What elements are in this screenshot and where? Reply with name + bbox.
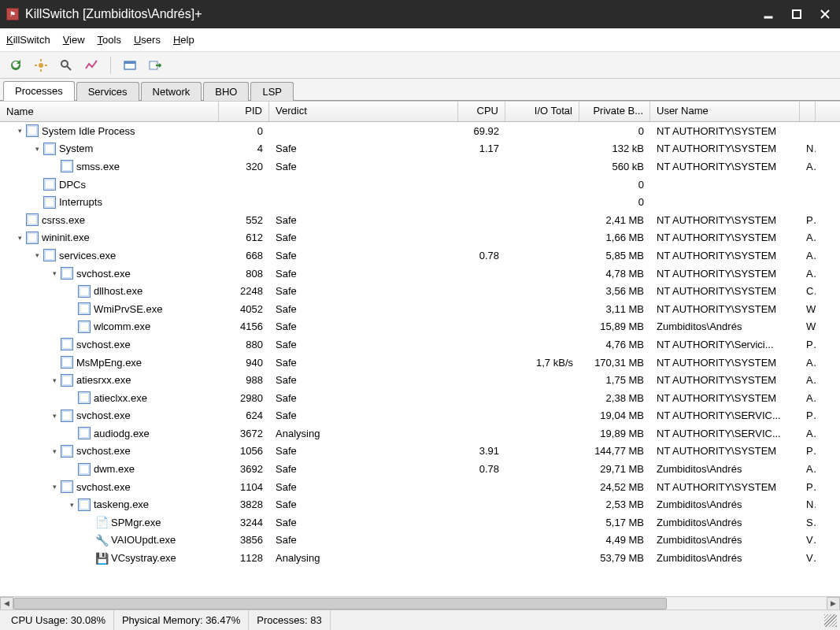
col-priv[interactable]: Private B... (579, 102, 650, 121)
table-row[interactable]: ▾services.exe668Safe0.785,85 MBNT AUTHOR… (0, 246, 840, 265)
window-button[interactable] (120, 56, 139, 75)
cell-pid: 3856 (219, 534, 269, 546)
table-row[interactable]: 🔧VAIOUpdt.exe3856Safe4,49 MBZumbiditos\A… (0, 532, 840, 550)
graph-button[interactable] (82, 56, 101, 75)
table-row[interactable]: svchost.exe880Safe4,76 MBNT AUTHORITY\Se… (0, 335, 840, 354)
table-row[interactable]: 📄SPMgr.exe3244Safe5,17 MBZumbiditos\Andr… (0, 513, 840, 532)
spmgr-icon: 📄 (95, 516, 108, 528)
maximize-button[interactable] (788, 6, 805, 23)
process-name: csrss.exe (42, 214, 85, 226)
process-icon (26, 124, 39, 137)
table-row[interactable]: ▾svchost.exe624Safe19,04 MBNT AUTHORITY\… (0, 407, 840, 425)
table-row[interactable]: Interrupts0 (0, 193, 840, 211)
tab-network[interactable]: Network (141, 82, 202, 101)
cell-path: A (800, 392, 816, 404)
cell-verdict: Safe (269, 374, 458, 386)
table-row[interactable]: WmiPrvSE.exe4052Safe3,11 MBNT AUTHORITY\… (0, 300, 840, 318)
col-cpu[interactable]: CPU (458, 102, 505, 121)
tree-toggle[interactable]: ▾ (50, 447, 59, 455)
cell-path: P (800, 339, 816, 350)
process-icon (61, 267, 73, 280)
tree-toggle[interactable]: ▾ (33, 144, 42, 153)
scroll-left-button[interactable]: ◀ (0, 597, 13, 610)
tree-toggle[interactable]: ▾ (50, 376, 59, 384)
scroll-track[interactable] (13, 597, 827, 610)
cell-user: NT AUTHORITY\SYSTEM (650, 303, 800, 315)
export-button[interactable] (146, 56, 165, 75)
tree-toggle[interactable]: ▾ (68, 500, 76, 509)
menu-killswitch[interactable]: KillSwitch (6, 34, 50, 46)
table-row[interactable]: ▾svchost.exe1104Safe24,52 MBNT AUTHORITY… (0, 478, 840, 496)
process-name: DPCs (59, 179, 86, 191)
tab-lsp[interactable]: LSP (250, 82, 294, 101)
table-row[interactable]: MsMpEng.exe940Safe1,7 kB/s170,31 MBNT AU… (0, 354, 840, 372)
cell-pid: 4 (219, 143, 269, 154)
table-row[interactable]: ▾taskeng.exe3828Safe2,53 MBZumbiditos\An… (0, 495, 840, 513)
process-icon (78, 321, 91, 333)
col-user[interactable]: User Name (650, 102, 800, 121)
cell-priv: 53,79 MB (579, 552, 650, 564)
col-verdict[interactable]: Verdict (269, 102, 458, 121)
menu-view[interactable]: View (63, 34, 85, 46)
refresh-button[interactable] (6, 56, 25, 75)
tab-services[interactable]: Services (76, 82, 139, 101)
tab-bho[interactable]: BHO (203, 82, 249, 101)
col-io[interactable]: I/O Total (505, 102, 579, 121)
cell-pid: 4156 (219, 321, 269, 332)
process-icon (61, 445, 73, 458)
cell-pid: 3692 (219, 463, 269, 475)
cell-path: A (800, 232, 816, 243)
tree-toggle[interactable]: ▾ (50, 269, 59, 278)
cell-pid: 1056 (219, 445, 269, 457)
process-name: System (59, 143, 93, 154)
table-row[interactable]: ▾System Idle Process069.920NT AUTHORITY\… (0, 122, 840, 140)
grid-header: Name PID Verdict CPU I/O Total Private B… (0, 102, 840, 122)
close-button[interactable] (816, 6, 834, 23)
col-path[interactable] (800, 102, 816, 121)
scroll-right-button[interactable]: ▶ (827, 597, 840, 610)
horizontal-scrollbar[interactable]: ◀ ▶ (0, 596, 840, 610)
tree-toggle[interactable]: ▾ (16, 233, 24, 242)
table-row[interactable]: ▾svchost.exe1056Safe3.91144,77 MBNT AUTH… (0, 443, 840, 461)
tree-toggle[interactable]: ▾ (33, 251, 42, 260)
settings-button[interactable] (31, 56, 50, 75)
process-name: svchost.exe (76, 410, 131, 421)
tree-toggle[interactable]: ▾ (50, 411, 59, 420)
table-row[interactable]: ▾atiesrxx.exe988Safe1,75 MBNT AUTHORITY\… (0, 371, 840, 389)
table-row[interactable]: ▾wininit.exe612Safe1,66 MBNT AUTHORITY\S… (0, 229, 840, 247)
tab-processes[interactable]: Processes (3, 81, 75, 101)
table-row[interactable]: csrss.exe552Safe2,41 MBNT AUTHORITY\SYST… (0, 211, 840, 229)
table-row[interactable]: ▾System4Safe1.17132 kBNT AUTHORITY\SYSTE… (0, 140, 840, 158)
grid-body[interactable]: ▾System Idle Process069.920NT AUTHORITY\… (0, 122, 840, 596)
cell-user: Zumbiditos\Andrés (650, 463, 800, 475)
table-row[interactable]: DPCs0 (0, 176, 840, 194)
table-row[interactable]: atieclxx.exe2980Safe2,38 MBNT AUTHORITY\… (0, 389, 840, 407)
table-row[interactable]: dllhost.exe2248Safe3,56 MBNT AUTHORITY\S… (0, 282, 840, 300)
menu-help[interactable]: Help (173, 34, 194, 46)
table-row[interactable]: smss.exe320Safe560 kBNT AUTHORITY\SYSTEM… (0, 158, 840, 176)
cell-priv: 144,77 MB (579, 445, 650, 457)
col-pid[interactable]: PID (219, 102, 269, 121)
scroll-thumb[interactable] (13, 598, 667, 610)
cell-user: NT AUTHORITY\Servici... (650, 339, 800, 350)
table-row[interactable]: wlcomm.exe4156Safe15,89 MBZumbiditos\And… (0, 318, 840, 336)
minimize-button[interactable] (760, 6, 777, 23)
process-name: SPMgr.exe (111, 517, 161, 528)
toolbar (0, 52, 840, 79)
table-row[interactable]: 💾VCsystray.exe1128Analysing53,79 MBZumbi… (0, 549, 840, 567)
find-button[interactable] (57, 56, 76, 75)
menu-users[interactable]: Users (134, 34, 161, 46)
resize-grip[interactable] (824, 614, 837, 627)
cell-pid: 1104 (219, 481, 269, 493)
tree-toggle[interactable]: ▾ (16, 127, 24, 135)
menu-tools[interactable]: Tools (98, 34, 121, 46)
cell-pid: 612 (219, 232, 269, 243)
table-row[interactable]: audiodg.exe3672Analysing19,89 MBNT AUTHO… (0, 424, 840, 443)
table-row[interactable]: dwm.exe3692Safe0.7829,71 MBZumbiditos\An… (0, 460, 840, 478)
table-row[interactable]: ▾svchost.exe808Safe4,78 MBNT AUTHORITY\S… (0, 265, 840, 283)
cell-pid: 988 (219, 374, 269, 386)
tree-toggle[interactable]: ▾ (50, 483, 59, 491)
cell-verdict: Safe (269, 285, 458, 297)
col-name[interactable]: Name (0, 102, 219, 121)
cell-path: A (800, 374, 816, 386)
